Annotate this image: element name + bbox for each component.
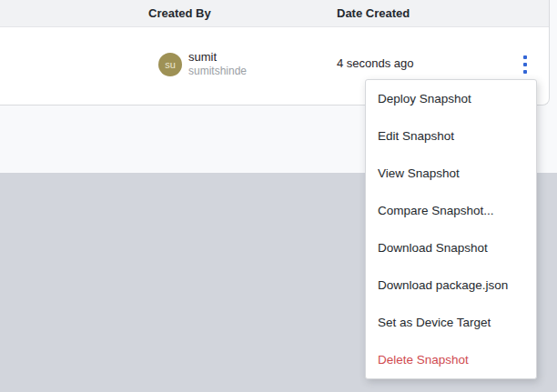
kebab-menu-icon [523, 70, 527, 74]
table-header-row: Created By Date Created [0, 0, 549, 27]
column-header-created-by: Created By [148, 6, 211, 20]
row-actions-kebab-button[interactable] [514, 52, 536, 77]
menu-item-download-snapshot[interactable]: Download Snapshot [366, 229, 536, 266]
date-created-value: 4 seconds ago [337, 56, 414, 70]
menu-item-edit-snapshot[interactable]: Edit Snapshot [366, 117, 536, 155]
column-header-date-created: Date Created [337, 6, 410, 20]
menu-item-delete-snapshot[interactable]: Delete Snapshot [366, 341, 536, 378]
user-username: sumitshinde [188, 65, 247, 77]
row-actions-dropdown-menu: Deploy Snapshot Edit Snapshot View Snaps… [365, 79, 537, 379]
kebab-menu-icon [523, 55, 527, 59]
menu-item-deploy-snapshot[interactable]: Deploy Snapshot [366, 80, 536, 117]
avatar: su [158, 53, 182, 76]
menu-item-compare-snapshot[interactable]: Compare Snapshot... [366, 192, 536, 229]
menu-item-view-snapshot[interactable]: View Snapshot [366, 155, 536, 192]
menu-item-download-package-json[interactable]: Download package.json [366, 266, 536, 304]
user-name: sumit [188, 50, 217, 64]
snapshots-page: Created By Date Created su sumit sumitsh… [0, 0, 557, 392]
menu-item-set-as-device-target[interactable]: Set as Device Target [366, 304, 536, 341]
kebab-menu-icon [523, 63, 527, 66]
